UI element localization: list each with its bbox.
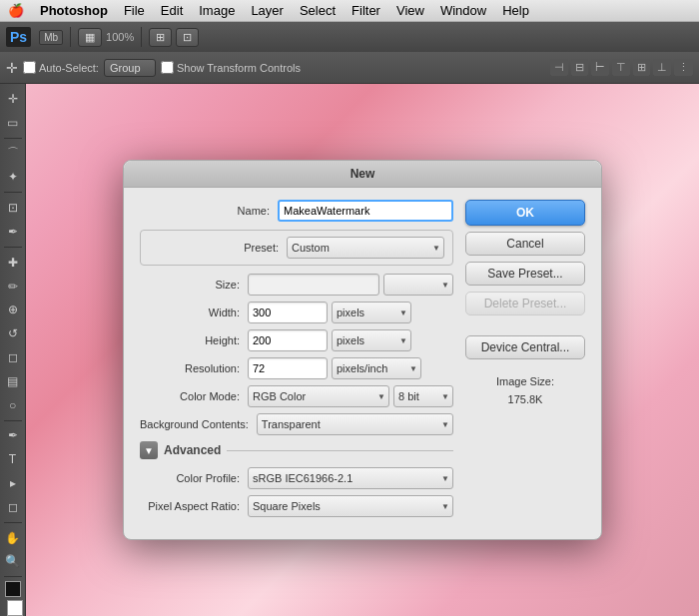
menu-image[interactable]: Image xyxy=(191,0,243,22)
resolution-input-wrap: pixels/inch ▼ xyxy=(248,357,453,379)
dialog-title: New xyxy=(124,161,601,188)
show-transform-checkbox[interactable] xyxy=(161,61,174,74)
zoom-level: 100% xyxy=(106,31,134,43)
background-color[interactable] xyxy=(7,600,23,616)
menu-layer[interactable]: Layer xyxy=(243,0,292,22)
eraser-tool[interactable]: ◻ xyxy=(2,346,24,368)
auto-select-label[interactable]: Auto-Select: xyxy=(23,61,99,74)
bit-depth-wrap: 8 bit ▼ xyxy=(393,385,453,407)
hand-tool[interactable]: ✋ xyxy=(2,527,24,549)
align-bottom-icon[interactable]: ⊥ xyxy=(653,59,671,76)
align-top-icon[interactable]: ⊤ xyxy=(612,59,630,76)
bg-contents-wrap: Transparent ▼ xyxy=(257,413,453,435)
height-input[interactable] xyxy=(248,329,328,351)
advanced-header: ▼ Advanced xyxy=(140,441,453,459)
preset-select-wrap: Custom ▼ xyxy=(287,237,444,259)
view-mode[interactable]: ⊞ xyxy=(149,28,172,47)
preset-label: Preset: xyxy=(149,242,279,254)
align-left-icon[interactable]: ⊣ xyxy=(550,59,568,76)
color-profile-input-wrap: sRGB IEC61966-2.1 ▼ xyxy=(248,467,453,489)
icon-grid[interactable]: ▦ xyxy=(78,28,102,47)
name-input[interactable] xyxy=(278,200,453,222)
mb-badge: Mb xyxy=(39,30,63,45)
show-transform-label[interactable]: Show Transform Controls xyxy=(161,61,301,74)
auto-select-checkbox[interactable] xyxy=(23,61,36,74)
dialog-buttons: OK Cancel Save Preset... Delete Preset..… xyxy=(465,200,585,523)
bg-contents-select[interactable]: Transparent xyxy=(257,413,453,435)
cancel-button[interactable]: Cancel xyxy=(465,232,585,256)
auto-select-text: Auto-Select: xyxy=(39,62,99,74)
tool-separator-4 xyxy=(4,420,22,421)
size-row: Size: ▼ xyxy=(140,274,453,296)
app-name[interactable]: Photoshop xyxy=(32,0,116,22)
gradient-tool[interactable]: ▤ xyxy=(2,370,24,392)
path-selection-tool[interactable]: ▸ xyxy=(2,472,24,494)
pixel-aspect-input-wrap: Square Pixels ▼ xyxy=(248,495,453,517)
magic-wand-tool[interactable]: ✦ xyxy=(2,166,24,188)
preset-select[interactable]: Custom xyxy=(287,237,444,259)
menu-select[interactable]: Select xyxy=(292,0,344,22)
pixel-aspect-label: Pixel Aspect Ratio: xyxy=(140,500,240,512)
align-middle-icon[interactable]: ⊞ xyxy=(633,59,650,76)
lasso-tool[interactable]: ⌒ xyxy=(2,143,24,165)
advanced-section: ▼ Advanced Color Profile: sRGB IEC61966-… xyxy=(140,441,453,517)
pen-tool[interactable]: ✒ xyxy=(2,425,24,447)
zoom-tool[interactable]: 🔍 xyxy=(2,551,24,573)
pixel-aspect-select[interactable]: Square Pixels xyxy=(248,495,453,517)
advanced-title: Advanced xyxy=(164,443,221,457)
menu-help[interactable]: Help xyxy=(494,0,537,22)
tools-panel: ✛ ▭ ⌒ ✦ ⊡ ✒ ✚ ✏ ⊕ ↺ ◻ ▤ ○ ✒ T ▸ ◻ ✋ 🔍 xyxy=(0,84,26,616)
eyedropper-tool[interactable]: ✒ xyxy=(2,221,24,243)
dialog-form: Name: Preset: Custom ▼ xyxy=(140,200,453,523)
move-tool[interactable]: ✛ xyxy=(2,88,24,110)
clone-tool[interactable]: ⊕ xyxy=(2,299,24,320)
align-right-icon[interactable]: ⊢ xyxy=(591,59,609,76)
toolbar-primary: Ps Mb ▦ 100% ⊞ ⊡ xyxy=(0,22,699,52)
height-row: Height: pixels ▼ xyxy=(140,329,453,351)
width-label: Width: xyxy=(140,307,240,318)
view-rotate[interactable]: ⊡ xyxy=(176,28,199,47)
menu-filter[interactable]: Filter xyxy=(344,0,388,22)
brush-tool[interactable]: ✏ xyxy=(2,276,24,298)
foreground-color[interactable] xyxy=(5,581,21,597)
history-brush-tool[interactable]: ↺ xyxy=(2,322,24,344)
resolution-unit-select[interactable]: pixels/inch xyxy=(332,357,421,379)
width-input[interactable] xyxy=(248,302,328,323)
width-unit-wrap: pixels ▼ xyxy=(332,302,411,323)
dodge-tool[interactable]: ○ xyxy=(2,394,24,416)
ok-button[interactable]: OK xyxy=(465,200,585,226)
resolution-input[interactable] xyxy=(248,357,328,379)
advanced-toggle[interactable]: ▼ xyxy=(140,441,158,459)
selection-tool[interactable]: ▭ xyxy=(2,112,24,134)
crop-tool[interactable]: ⊡ xyxy=(2,197,24,219)
name-row: Name: xyxy=(140,200,453,222)
device-central-button[interactable]: Device Central... xyxy=(465,335,585,359)
menu-window[interactable]: Window xyxy=(432,0,494,22)
size-label: Size: xyxy=(140,279,240,291)
color-mode-wrap: RGB Color ▼ xyxy=(248,385,389,407)
healing-tool[interactable]: ✚ xyxy=(2,252,24,274)
text-tool[interactable]: T xyxy=(2,448,24,470)
image-size-label: Image Size: xyxy=(465,375,585,387)
menu-view[interactable]: View xyxy=(388,0,432,22)
shape-tool[interactable]: ◻ xyxy=(2,496,24,518)
align-center-icon[interactable]: ⊟ xyxy=(571,59,588,76)
color-profile-select[interactable]: sRGB IEC61966-2.1 xyxy=(248,467,453,489)
bit-depth-select[interactable]: 8 bit xyxy=(393,385,453,407)
menu-file[interactable]: File xyxy=(116,0,153,22)
apple-icon: 🍎 xyxy=(8,3,24,18)
auto-select-dropdown[interactable]: Group xyxy=(104,59,156,77)
color-mode-select[interactable]: RGB Color xyxy=(248,385,389,407)
apple-menu[interactable]: 🍎 xyxy=(0,0,32,22)
save-preset-button[interactable]: Save Preset... xyxy=(465,262,585,286)
size-unit-select[interactable] xyxy=(383,274,453,296)
menu-edit[interactable]: Edit xyxy=(153,0,191,22)
distribute-icon[interactable]: ⋮ xyxy=(674,59,693,76)
color-profile-wrap: sRGB IEC61966-2.1 ▼ xyxy=(248,467,453,489)
height-unit-select[interactable]: pixels xyxy=(332,329,411,351)
width-unit-select[interactable]: pixels xyxy=(332,302,411,323)
ps-icon: Ps xyxy=(6,27,31,47)
preset-section: Preset: Custom ▼ xyxy=(140,230,453,266)
height-input-wrap: pixels ▼ xyxy=(248,329,453,351)
preset-row: Preset: Custom ▼ xyxy=(149,237,444,259)
